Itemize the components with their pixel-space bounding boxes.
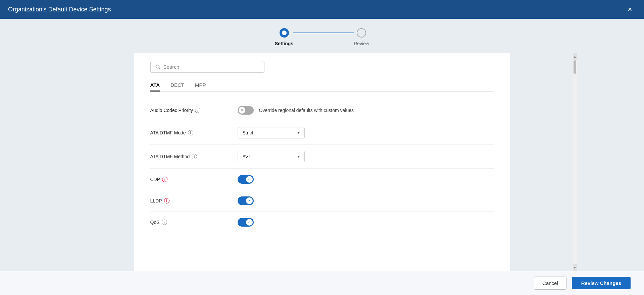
audio-codec-toggle[interactable]: ✕ (238, 106, 254, 115)
audio-codec-control: ✕ Override regional defaults with custom… (238, 106, 494, 115)
setting-row-lldp: LLDP i ✓ (150, 190, 494, 212)
setting-label-cdp: CDP i (150, 177, 238, 182)
setting-label-lldp: LLDP i (150, 198, 238, 203)
ata-dtmf-method-dropdown[interactable]: AVT ▾ (238, 151, 305, 162)
cdp-info-icon[interactable]: i (162, 177, 167, 182)
settings-panel: ATA DECT MPP Audio Codec Priority i ✕ (134, 53, 510, 271)
ata-dtmf-mode-control: Strict ▾ (238, 127, 494, 138)
cdp-control: ✓ (238, 175, 494, 184)
tab-mpp[interactable]: MPP (195, 79, 206, 92)
ata-dtmf-mode-value: Strict (243, 130, 253, 135)
step-settings-inner (282, 31, 287, 35)
qos-info-icon[interactable]: i (162, 220, 167, 225)
tab-dect[interactable]: DECT (170, 79, 184, 92)
audio-codec-priority-text: Audio Codec Priority (150, 108, 193, 113)
ata-dtmf-method-control: AVT ▾ (238, 151, 494, 162)
lldp-toggle-check: ✓ (248, 199, 251, 202)
setting-row-qos: QoS i ✓ (150, 212, 494, 233)
dialog-header: Organization's Default Device Settings × (0, 0, 644, 19)
ata-dtmf-mode-info-icon[interactable]: i (188, 130, 193, 135)
scroll-down-arrow[interactable]: ▼ (573, 264, 577, 271)
cdp-toggle-knob: ✓ (246, 176, 253, 183)
scroll-thumb[interactable] (574, 60, 576, 74)
audio-codec-info-icon[interactable]: i (195, 108, 200, 113)
lldp-text: LLDP (150, 198, 162, 203)
dialog-title: Organization's Default Device Settings (8, 6, 111, 13)
close-button[interactable]: × (624, 3, 636, 15)
setting-label-ata-dtmf-method: ATA DTMF Method i (150, 154, 238, 159)
step-review-label: Review (354, 41, 369, 46)
ata-dtmf-mode-arrow: ▾ (298, 130, 300, 135)
cdp-text: CDP (150, 177, 160, 182)
search-icon (155, 64, 161, 70)
stepper: Settings Review (275, 28, 369, 46)
setting-label-ata-dtmf-mode: ATA DTMF Mode i (150, 130, 238, 135)
audio-codec-toggle-knob: ✕ (239, 107, 245, 114)
svg-line-1 (159, 68, 160, 69)
ata-dtmf-method-info-icon[interactable]: i (192, 154, 197, 159)
step-review-circle (357, 28, 366, 38)
setting-row-cdp: CDP i ✓ (150, 169, 494, 190)
scroll-up-arrow[interactable]: ▲ (573, 53, 577, 60)
cancel-button[interactable]: Cancel (534, 277, 566, 290)
stepper-line (293, 33, 354, 33)
lldp-toggle[interactable]: ✓ (238, 196, 254, 205)
cdp-toggle-check: ✓ (248, 177, 251, 181)
ata-dtmf-mode-dropdown[interactable]: Strict ▾ (238, 127, 305, 138)
setting-row-ata-dtmf-mode: ATA DTMF Mode i Strict ▾ (150, 121, 494, 145)
override-text: Override regional defaults with custom v… (259, 108, 354, 113)
lldp-toggle-knob: ✓ (246, 197, 253, 204)
qos-text: QoS (150, 220, 160, 225)
ata-dtmf-method-arrow: ▾ (298, 154, 300, 159)
qos-toggle[interactable]: ✓ (238, 218, 254, 227)
qos-toggle-check: ✓ (248, 220, 251, 224)
ata-dtmf-method-value: AVT (243, 154, 251, 159)
review-changes-button[interactable]: Review Changes (572, 277, 631, 289)
ata-dtmf-method-text: ATA DTMF Method (150, 154, 190, 159)
step-settings-label: Settings (275, 41, 293, 46)
audio-codec-toggle-x: ✕ (241, 108, 243, 112)
qos-control: ✓ (238, 218, 494, 227)
stepper-container: Settings Review (0, 19, 644, 53)
setting-label-audio-codec: Audio Codec Priority i (150, 108, 238, 113)
content-wrapper: Settings Review (0, 19, 644, 271)
step-settings-circle (280, 28, 289, 38)
qos-toggle-knob: ✓ (246, 219, 253, 226)
setting-label-qos: QoS i (150, 220, 238, 225)
tab-ata[interactable]: ATA (150, 79, 160, 92)
search-bar[interactable] (150, 61, 264, 73)
scrollbar[interactable]: ▲ ▼ (573, 53, 577, 271)
ata-dtmf-mode-text: ATA DTMF Mode (150, 130, 186, 135)
lldp-info-icon[interactable]: i (164, 198, 169, 203)
step-review: Review (354, 28, 369, 46)
tabs-bar: ATA DECT MPP (150, 79, 494, 92)
setting-row-audio-codec: Audio Codec Priority i ✕ Override region… (150, 100, 494, 121)
footer: Cancel Review Changes (0, 271, 644, 295)
lldp-control: ✓ (238, 196, 494, 205)
search-input[interactable] (163, 64, 259, 70)
step-settings: Settings (275, 28, 293, 46)
cdp-toggle[interactable]: ✓ (238, 175, 254, 184)
panel-inner: ATA DECT MPP Audio Codec Priority i ✕ (134, 53, 510, 241)
setting-row-ata-dtmf-method: ATA DTMF Method i AVT ▾ (150, 145, 494, 169)
